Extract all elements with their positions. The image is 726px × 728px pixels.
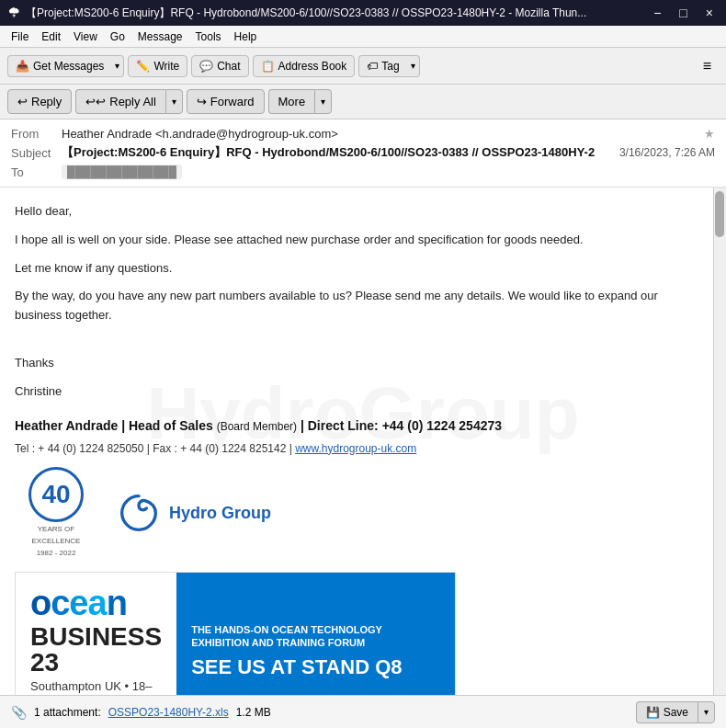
reply-label: Reply [31, 95, 62, 108]
ocean-a: a [88, 584, 107, 622]
close-button[interactable]: × [700, 4, 719, 22]
menu-tools[interactable]: Tools [190, 28, 227, 45]
more-label: More [278, 95, 306, 108]
star-icon[interactable]: ★ [704, 127, 715, 141]
reply-button[interactable]: ↩ Reply [7, 89, 72, 114]
sig-website[interactable]: www.hydrogroup-uk.com [295, 442, 416, 455]
ocean-title: ocean [30, 586, 162, 620]
ocean-banner-left: ocean BUSINESS 23 Southampton UK • 18–20… [16, 573, 176, 695]
body-line5: By the way, do you have any new part num… [15, 287, 698, 325]
body-thanks: Thanks [15, 354, 698, 373]
forward-label: Forward [210, 95, 255, 108]
tag-label: Tag [381, 60, 399, 73]
chat-icon: 💬 [199, 60, 213, 73]
menu-message[interactable]: Message [132, 28, 188, 45]
action-bar: ↩ Reply ↩↩ Reply All ▾ ↪ Forward More ▾ [0, 85, 726, 119]
chat-label: Chat [217, 60, 240, 73]
email-content: From Heather Andrade <h.andrade@hydrogro… [0, 119, 726, 728]
tag-button[interactable]: 🏷 Tag [358, 55, 406, 77]
forward-icon: ↪ [197, 95, 207, 108]
address-book-icon: 📋 [261, 60, 275, 73]
write-icon: ✏️ [136, 60, 150, 73]
minimize-button[interactable]: − [648, 4, 666, 22]
attachment-size: 1.2 MB [236, 706, 271, 719]
tag-icon: 🏷 [367, 60, 378, 73]
email-header: From Heather Andrade <h.andrade@hydrogro… [0, 119, 726, 188]
write-button[interactable]: ✏️ Write [128, 55, 187, 77]
reply-all-button[interactable]: ↩↩ Reply All [75, 89, 165, 114]
body-line1: I hope all is well on your side. Please … [15, 231, 698, 250]
save-label: Save [664, 706, 688, 719]
paperclip-icon: 📎 [11, 705, 27, 720]
reply-all-arrow[interactable]: ▾ [165, 89, 183, 114]
reply-all-icon: ↩↩ [85, 95, 106, 108]
attachment-count: 1 attachment: [34, 706, 101, 719]
save-arrow[interactable]: ▾ [698, 701, 715, 723]
email-body: Hello dear, I hope all is well on your s… [15, 202, 698, 695]
email-body-scroll[interactable]: HydroGroup Hello dear, I hope all is wel… [0, 188, 726, 695]
ocean-n: n [107, 584, 127, 622]
address-book-button[interactable]: 📋 Address Book [253, 55, 356, 77]
save-split: 💾 Save ▾ [636, 701, 715, 723]
reply-all-label: Reply All [109, 95, 156, 108]
sig-direct: | Direct Line: +44 (0) 1224 254273 [301, 418, 502, 433]
menu-edit[interactable]: Edit [36, 28, 66, 45]
app-icon: 🌩 [7, 6, 20, 20]
save-icon: 💾 [646, 706, 660, 719]
scrollbar-thumb[interactable] [715, 191, 724, 237]
menu-view[interactable]: View [68, 28, 103, 45]
ocean-banner-right: THE HANDS-ON OCEAN TECHNOLOGY EXHIBITION… [176, 573, 455, 695]
menu-file[interactable]: File [6, 28, 34, 45]
email-date: 3/16/2023, 7:26 AM [619, 146, 715, 159]
logo-hydro-group: Hydro Group [116, 490, 271, 536]
signature: Heather Andrade | Head of Sales (Board M… [15, 415, 698, 458]
titlebar: 🌩 【Project:MS200-6 Enquiry】RFQ - Hydrobo… [0, 0, 726, 26]
logo-years: YEARS OF EXCELLENCE [15, 524, 97, 548]
email-body-wrapper: HydroGroup Hello dear, I hope all is wel… [0, 188, 726, 695]
subject-value: 【Project:MS200-6 Enquiry】RFQ - Hydrobond… [62, 144, 619, 161]
attachment-filename[interactable]: OSSPO23-1480HY-2.xls [108, 706, 229, 719]
maximize-button[interactable]: □ [674, 4, 692, 22]
window-title: 【Project:MS200-6 Enquiry】RFQ - Hydrobond… [26, 6, 641, 21]
reply-all-split: ↩↩ Reply All ▾ [75, 89, 183, 114]
hamburger-menu[interactable]: ≡ [696, 54, 719, 78]
scrollbar-track[interactable] [713, 188, 726, 695]
write-label: Write [153, 60, 179, 73]
more-arrow[interactable]: ▾ [314, 89, 332, 114]
body-greeting: Hello dear, [15, 202, 698, 222]
subject-label: Subject [11, 146, 62, 160]
get-messages-icon: 📥 [16, 60, 29, 73]
subject-row: Subject 【Project:MS200-6 Enquiry】RFQ - H… [11, 142, 715, 163]
get-messages-arrow[interactable]: ▾ [111, 55, 124, 77]
menu-help[interactable]: Help [229, 28, 263, 45]
hydro-group-name: Hydro Group [169, 500, 271, 527]
main-toolbar: 📥 Get Messages ▾ ✏️ Write 💬 Chat 📋 Addre… [0, 48, 726, 85]
body-line3: Let me know if any questions. [15, 259, 698, 279]
ocean-banner: ocean BUSINESS 23 Southampton UK • 18–20… [15, 572, 456, 695]
logo-40years: 40 YEARS OF EXCELLENCE 1982 - 2022 [15, 467, 97, 559]
save-button[interactable]: 💾 Save [636, 701, 698, 723]
menu-go[interactable]: Go [105, 28, 130, 45]
email-layout: From Heather Andrade <h.andrade@hydrogro… [0, 119, 726, 728]
chat-button[interactable]: 💬 Chat [191, 55, 248, 77]
logo-dates: 1982 - 2022 [15, 548, 97, 560]
sig-tel: Tel : + 44 (0) 1224 825050 | Fax : + 44 … [15, 442, 292, 455]
reply-icon: ↩ [17, 95, 28, 108]
sig-board: (Board Member) [217, 420, 297, 433]
from-row: From Heather Andrade <h.andrade@hydrogro… [11, 125, 715, 142]
ocean-c: c [51, 584, 69, 622]
logo-40-text: YEARS OF EXCELLENCE 1982 - 2022 [15, 524, 97, 559]
to-value: ██████████████ [62, 165, 182, 179]
to-row: To ██████████████ [11, 163, 715, 181]
more-button[interactable]: More [268, 89, 315, 114]
body-name: Christine [15, 382, 698, 402]
ocean-right-line1: THE HANDS-ON OCEAN TECHNOLOGY EXHIBITION… [191, 623, 440, 650]
logo-40-number: 40 [41, 474, 70, 516]
ocean-e: e [69, 584, 87, 622]
window-controls: − □ × [648, 4, 719, 22]
more-split: More ▾ [268, 89, 333, 114]
forward-button[interactable]: ↪ Forward [187, 89, 265, 114]
hydro-group-icon [116, 490, 162, 536]
tag-arrow[interactable]: ▾ [407, 55, 420, 77]
get-messages-button[interactable]: 📥 Get Messages [7, 55, 111, 77]
